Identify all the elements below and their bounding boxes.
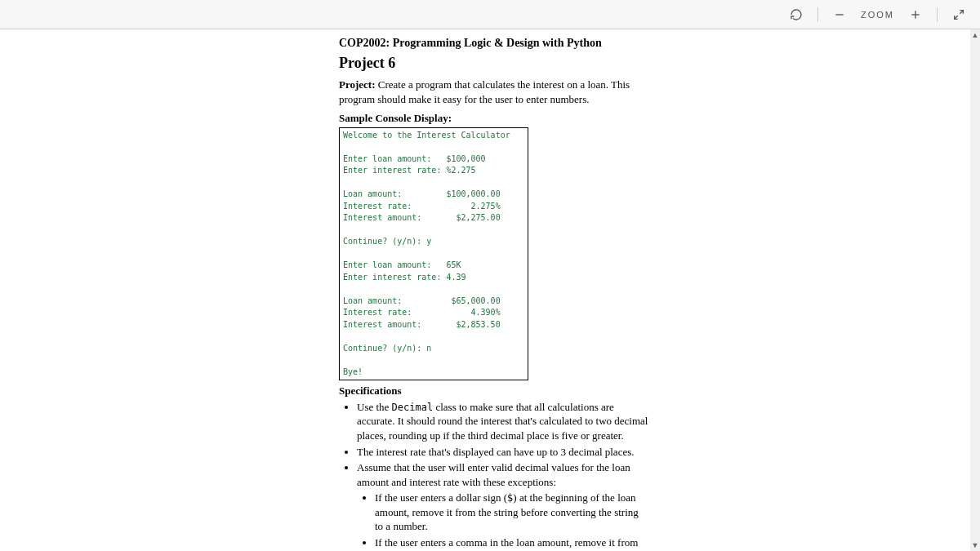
project-label: Project: [339,78,376,91]
fullscreen-icon[interactable] [947,3,970,26]
specifications-list: Use the Decimal class to make sure that … [339,400,649,551]
scroll-up-arrow-icon[interactable]: ▲ [970,29,980,41]
project-text: Create a program that calculates the int… [339,78,630,105]
sample-console-heading: Sample Console Display: [339,111,960,126]
document-viewport[interactable]: COP2002: Programming Logic & Design with… [0,29,970,551]
project-description: Project: Create a program that calculate… [339,78,641,106]
specifications-heading: Specifications [339,384,960,398]
course-title: COP2002: Programming Logic & Design with… [339,36,960,51]
spec-sub-item: If the user enters a comma in the loan a… [375,535,649,551]
vertical-scrollbar[interactable]: ▲ ▼ [970,29,980,551]
zoom-label: ZOOM [858,10,898,20]
document-page: COP2002: Programming Logic & Design with… [339,29,960,551]
spec-sub-list: If the user enters a dollar sign ($) at … [357,491,649,551]
toolbar-separator [817,7,818,22]
zoom-in-button[interactable] [904,3,927,26]
spec-item: Assume that the user will enter valid de… [357,460,649,551]
zoom-out-button[interactable] [828,3,851,26]
scroll-down-arrow-icon[interactable]: ▼ [970,540,980,551]
project-heading: Project 6 [339,53,960,73]
spec-item: The interest rate that's displayed can h… [357,445,649,460]
toolbar: ZOOM [0,0,980,29]
spec-item: Use the Decimal class to make sure that … [357,400,649,443]
code-decimal: Decimal [392,402,434,413]
spec-sub-item: If the user enters a dollar sign ($) at … [375,491,649,534]
refresh-icon[interactable] [785,3,808,26]
console-output: Welcome to the Interest Calculator Enter… [339,127,528,381]
toolbar-separator [937,7,938,22]
